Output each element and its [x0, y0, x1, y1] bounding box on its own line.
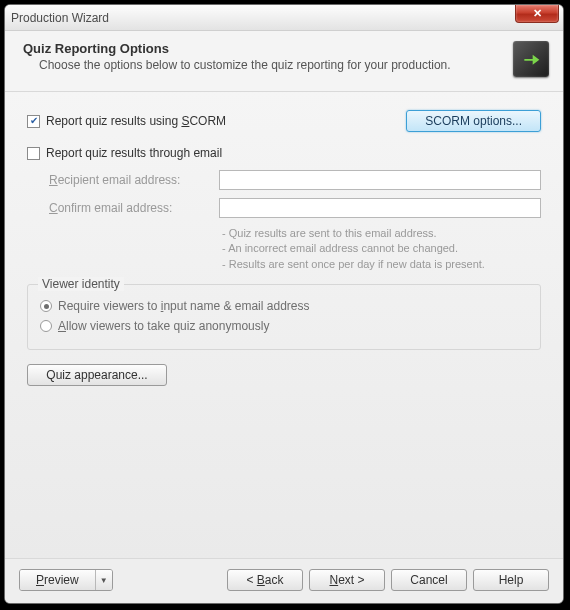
viewer-identity-legend: Viewer identity: [38, 277, 124, 291]
help-button[interactable]: Help: [473, 569, 549, 591]
footer-right: < Back Next > Cancel Help: [227, 569, 549, 591]
recipient-row: Recipient email address:: [49, 170, 541, 190]
radio-anon-row: Allow viewers to take quiz anonymously: [40, 319, 528, 333]
footer-left: Preview ▼: [19, 569, 113, 591]
back-button[interactable]: < Back: [227, 569, 303, 591]
quiz-appearance-button[interactable]: Quiz appearance...: [27, 364, 167, 386]
wizard-header: Quiz Reporting Options Choose the option…: [5, 31, 563, 92]
preview-button-label: Preview: [20, 570, 96, 590]
email-checkbox[interactable]: [27, 147, 40, 160]
radio-anonymous[interactable]: [40, 320, 52, 332]
chevron-down-icon[interactable]: ▼: [96, 570, 112, 590]
radio-anonymous-label[interactable]: Allow viewers to take quiz anonymously: [58, 319, 269, 333]
viewer-identity-group: Viewer identity Require viewers to input…: [27, 284, 541, 350]
hint-line: Results are sent once per day if new dat…: [222, 257, 541, 272]
email-row: Report quiz results through email: [27, 146, 541, 160]
scorm-checkbox[interactable]: [27, 115, 40, 128]
recipient-label: Recipient email address:: [49, 173, 219, 187]
radio-require-row: Require viewers to input name & email ad…: [40, 299, 528, 313]
confirm-label: Confirm email address:: [49, 201, 219, 215]
radio-require-label[interactable]: Require viewers to input name & email ad…: [58, 299, 309, 313]
recipient-input[interactable]: [219, 170, 541, 190]
page-subtitle: Choose the options below to customize th…: [23, 58, 505, 72]
preview-button[interactable]: Preview ▼: [19, 569, 113, 591]
confirm-input[interactable]: [219, 198, 541, 218]
email-checkbox-label[interactable]: Report quiz results through email: [46, 146, 222, 160]
titlebar: Production Wizard ✕: [5, 5, 563, 31]
window-title: Production Wizard: [11, 11, 109, 25]
confirm-row: Confirm email address:: [49, 198, 541, 218]
email-hints: Quiz results are sent to this email addr…: [222, 226, 541, 272]
scorm-checkbox-label[interactable]: Report quiz results using SCORM: [46, 114, 226, 128]
header-text: Quiz Reporting Options Choose the option…: [23, 41, 505, 72]
arrow-icon: [521, 49, 541, 69]
window-frame: Production Wizard ✕ Quiz Reporting Optio…: [4, 4, 564, 604]
wizard-footer: Preview ▼ < Back Next > Cancel Help: [5, 558, 563, 603]
close-icon: ✕: [533, 7, 542, 19]
content-area: Report quiz results using SCORM SCORM op…: [5, 92, 563, 558]
scorm-row: Report quiz results using SCORM SCORM op…: [27, 110, 541, 132]
hint-line: Quiz results are sent to this email addr…: [222, 226, 541, 241]
next-button[interactable]: Next >: [309, 569, 385, 591]
scorm-options-button[interactable]: SCORM options...: [406, 110, 541, 132]
page-title: Quiz Reporting Options: [23, 41, 505, 56]
close-button[interactable]: ✕: [515, 5, 559, 23]
radio-require[interactable]: [40, 300, 52, 312]
wizard-icon: [513, 41, 549, 77]
cancel-button[interactable]: Cancel: [391, 569, 467, 591]
hint-line: An incorrect email address cannot be cha…: [222, 241, 541, 256]
